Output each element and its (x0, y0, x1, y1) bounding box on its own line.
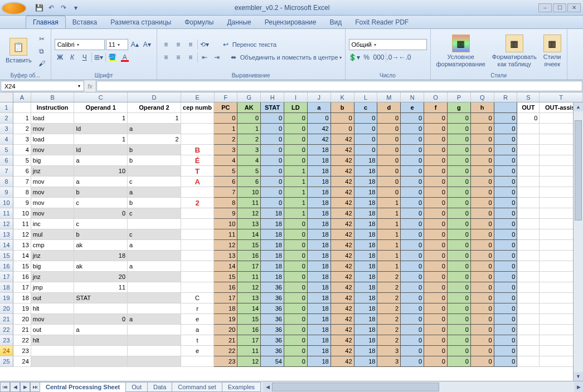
cell[interactable]: 42 (331, 155, 354, 166)
cell[interactable]: t (181, 335, 215, 346)
cell[interactable] (517, 145, 540, 155)
col-header-E[interactable]: E (181, 92, 215, 102)
cell[interactable]: 18 (261, 229, 284, 240)
cell[interactable]: 0 (494, 177, 518, 187)
row-header[interactable]: 11 (0, 208, 13, 219)
cell[interactable]: 22 (13, 335, 31, 346)
cell[interactable]: 22 (214, 346, 237, 356)
cell[interactable]: 18 (354, 155, 378, 166)
minimize-button[interactable]: – (538, 3, 552, 12)
cell[interactable]: 0 (424, 219, 448, 229)
cut-icon[interactable]: ✂ (36, 33, 47, 45)
cell[interactable]: 9 (214, 208, 237, 219)
cell[interactable]: 1 (284, 187, 308, 198)
cell[interactable]: 18 (308, 219, 331, 229)
cell[interactable]: 18 (354, 282, 378, 293)
cell[interactable]: 7 (13, 177, 31, 187)
cell[interactable]: 0 (284, 356, 308, 367)
cell[interactable]: 6 (214, 177, 237, 187)
sheet-nav-prev-icon[interactable]: ◀ (10, 382, 20, 392)
cell[interactable] (517, 346, 540, 356)
col-header-F[interactable]: F (215, 92, 238, 102)
cell[interactable]: big (31, 261, 75, 272)
cell[interactable]: 0 (308, 113, 331, 124)
cell[interactable]: 0 (471, 303, 494, 314)
cell[interactable]: 42 (331, 229, 354, 240)
cell[interactable]: Operand 1 (74, 102, 128, 113)
cell[interactable]: 17 (214, 293, 237, 303)
cell[interactable] (181, 124, 215, 134)
cell[interactable]: 13 (237, 219, 261, 229)
row-header[interactable]: 3 (0, 124, 13, 134)
cell[interactable]: 0 (377, 187, 401, 198)
tab-foxit-reader-pdf[interactable]: Foxit Reader PDF (348, 16, 415, 28)
cell[interactable]: 18 (354, 293, 378, 303)
cell[interactable]: mov (31, 187, 75, 198)
cell[interactable] (128, 219, 181, 229)
cell[interactable]: 0 (401, 293, 424, 303)
cell[interactable]: c (74, 219, 128, 229)
cell[interactable]: 18 (308, 346, 331, 356)
row-header[interactable]: 20 (0, 303, 13, 314)
cell[interactable]: inc (31, 219, 75, 229)
cell[interactable]: 0 (424, 155, 448, 166)
number-format-select[interactable]: Общий▾ (349, 39, 427, 50)
cell[interactable] (181, 282, 215, 293)
cell[interactable]: f (424, 102, 448, 113)
orientation-icon[interactable]: ⟲▾ (199, 39, 210, 50)
cell[interactable]: 18 (261, 251, 284, 261)
scroll-down-icon[interactable]: ▼ (574, 372, 583, 381)
cell[interactable]: 0 (261, 155, 284, 166)
cell[interactable]: 18 (354, 356, 378, 367)
cell[interactable]: 42 (331, 261, 354, 272)
col-header-J[interactable]: J (308, 92, 331, 102)
cell[interactable] (517, 219, 540, 229)
conditional-formatting-button[interactable]: ▦Условное форматирование (434, 30, 488, 72)
cell[interactable]: 0 (424, 335, 448, 346)
cell[interactable] (128, 293, 181, 303)
cell[interactable]: out (31, 325, 75, 335)
cell[interactable]: 0 (331, 124, 354, 134)
cell[interactable]: 0 (401, 155, 424, 166)
sheet-nav-last-icon[interactable]: ⏭ (30, 382, 40, 392)
cell[interactable]: 5 (214, 166, 237, 177)
cell[interactable]: 18 (308, 187, 331, 198)
cell[interactable]: 0 (448, 293, 471, 303)
cell[interactable]: 0 (74, 208, 128, 219)
cell[interactable]: 0 (471, 155, 494, 166)
cell[interactable]: b (128, 198, 181, 208)
cell[interactable]: 18 (354, 314, 378, 325)
cell[interactable]: 0 (471, 219, 494, 229)
increase-decimal-icon[interactable]: .0→ (387, 52, 399, 63)
cell[interactable] (517, 208, 540, 219)
paste-button[interactable]: 📋 Вставить (3, 30, 34, 72)
col-header-G[interactable]: G (237, 92, 261, 102)
cell[interactable]: e (181, 346, 215, 356)
cell[interactable]: 1 (284, 208, 308, 219)
cell[interactable]: 24 (13, 356, 31, 367)
col-header-C[interactable]: C (74, 92, 128, 102)
cell[interactable]: 0 (494, 240, 518, 251)
cell[interactable]: ld (74, 145, 128, 155)
cell[interactable]: 36 (261, 346, 284, 356)
cell[interactable]: 14 (237, 303, 261, 314)
cell[interactable]: 36 (261, 303, 284, 314)
col-header-Q[interactable]: Q (471, 92, 494, 102)
cell[interactable]: a (74, 155, 128, 166)
cell[interactable]: 42 (331, 166, 354, 177)
cell[interactable]: STAT (261, 102, 284, 113)
cell[interactable]: 18 (261, 261, 284, 272)
cell[interactable]: 0 (401, 208, 424, 219)
cell[interactable]: 0 (448, 166, 471, 177)
cell[interactable]: 0 (401, 134, 424, 145)
cell[interactable] (517, 325, 540, 335)
cell[interactable]: 0 (448, 240, 471, 251)
cell[interactable]: jnz (31, 251, 75, 261)
cell[interactable]: 0 (448, 155, 471, 166)
cell[interactable] (517, 198, 540, 208)
cell[interactable]: 5 (13, 155, 31, 166)
cell[interactable]: 15 (214, 272, 237, 282)
cell[interactable]: 0 (424, 356, 448, 367)
cell[interactable]: 0 (377, 145, 401, 155)
percent-icon[interactable]: % (361, 52, 372, 63)
